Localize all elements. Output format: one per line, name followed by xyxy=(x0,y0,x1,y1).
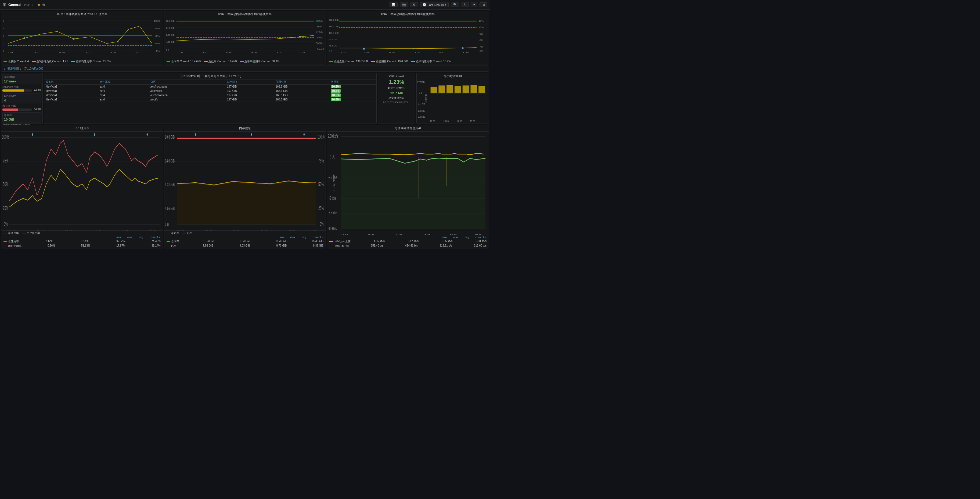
svg-text:6%: 6% xyxy=(479,50,483,52)
time-range-button[interactable]: 🕐 Last 6 hours ▾ xyxy=(420,2,449,7)
hourly-traffic-chart: 977 KiB 0 B -977 KiB -1.9 MiB -2.9 MiB xyxy=(417,79,488,124)
more-button[interactable]: ▾ xyxy=(471,2,477,7)
user-cpu-label: 用户使用率 xyxy=(27,231,40,235)
total-cpu-label: 总使用率 xyxy=(8,231,19,235)
tv-button[interactable]: 🖥 xyxy=(479,2,487,7)
svg-text:9.31 GiB: 9.31 GiB xyxy=(165,182,175,187)
settings-button[interactable]: ⚙ xyxy=(410,2,418,7)
iowait-sub-title1: 剩余节点数:/r... xyxy=(388,86,406,90)
svg-text:6: 6 xyxy=(3,27,4,30)
svg-text:15:00: 15:00 xyxy=(95,229,102,230)
memory-overview-chart-area: 18.6 GiB 14.0 GiB 9.31 GiB 4.66 GiB 0 B … xyxy=(164,17,326,59)
svg-point-137 xyxy=(303,133,305,136)
svg-text:12:00: 12:00 xyxy=(8,51,14,53)
refresh-button[interactable]: ↻ xyxy=(461,2,469,7)
svg-text:186.3 GiB: 186.3 GiB xyxy=(329,25,339,28)
svg-text:4.66 GiB: 4.66 GiB xyxy=(165,206,175,211)
cpu-user-row-dot xyxy=(3,246,7,246)
svg-point-72 xyxy=(413,48,414,49)
svg-point-136 xyxy=(251,133,252,136)
svg-text:0%: 0% xyxy=(156,50,159,52)
svg-text:12:00: 12:00 xyxy=(177,229,184,230)
svg-text:-10 kb/s: -10 kb/s xyxy=(328,226,337,231)
total-mem-info-dot xyxy=(167,233,170,234)
star-icon[interactable]: ★ xyxy=(37,3,41,7)
svg-text:15:00: 15:00 xyxy=(261,229,267,230)
memory-info-svg: 18.6 GiB 14.0 GiB 9.31 GiB 4.66 GiB 0 B … xyxy=(164,132,326,230)
network-title: 每秒网络带宽使用All xyxy=(327,125,488,132)
svg-text:0%: 0% xyxy=(320,221,323,227)
table-row: /dev/vda1ext4/etc/resolv.conf197 GiB168.… xyxy=(44,93,376,97)
main-content: linux：整体负载与整体平均CPU使用率 8 6 4 2 0 100% 75%… xyxy=(0,10,490,249)
cpu-usage-title: CPU使用率 xyxy=(2,125,163,132)
cpu-user-row-label: 用户使用率 xyxy=(3,244,21,248)
svg-rect-90 xyxy=(455,86,461,94)
user-cpu-legend: 用户使用率 xyxy=(22,231,40,235)
svg-text:57%: 57% xyxy=(317,36,322,39)
mem-gauge-pct: 54.5% xyxy=(33,108,41,111)
memory-overview-panel: linux：整体总内存与整体平均内存使用率 18.6 GiB 14.0 GiB … xyxy=(164,11,326,64)
hourly-traffic-panel: 每小时流量All 977 KiB 0 B -977 KiB -1.9 MiB -… xyxy=(417,73,489,124)
hourly-traffic-title: 每小时流量All xyxy=(417,73,488,79)
col-total[interactable]: 总空间 ↑ xyxy=(225,79,274,84)
svg-text:75%: 75% xyxy=(318,158,324,163)
total-memory-card: 总内存 15 GiB xyxy=(2,112,41,122)
col-device[interactable]: 设备名 xyxy=(44,79,98,84)
table-row: /dev/vda1ext4/etc/hosts197 GiB168.6 GiB1… xyxy=(44,89,376,93)
svg-text:56.5%: 56.5% xyxy=(316,42,323,44)
disk-table-title: 【7d10feffcc00】：各分区可用空间(EXT.*/XFS) xyxy=(44,73,376,79)
svg-rect-91 xyxy=(463,86,469,93)
disk-table-scroll[interactable]: 设备名 文件系统 分区 总空间 ↑ 可用空间 使用率 /dev/vda1ext4… xyxy=(44,79,376,124)
cpu-gauge: 总CPU使用率 74.3% xyxy=(2,85,41,92)
mem-row-used: 已用 7.98 GiB 9.03 GiB 8.73 GiB 8.38 GiB xyxy=(164,243,326,248)
mem-gauge-row: 54.5% xyxy=(2,108,41,111)
svg-text:15:00: 15:00 xyxy=(470,120,476,123)
cpu-load-svg: 8 6 4 2 0 100% 75% 50% 25% 0% xyxy=(2,18,162,53)
col-partition[interactable]: 分区 xyxy=(149,79,225,84)
svg-point-73 xyxy=(462,47,464,49)
svg-point-43 xyxy=(200,39,202,40)
cpu-usage-svg: 100% 75% 50% 25% 0% xyxy=(2,132,163,230)
col-avail[interactable]: 可用空间 xyxy=(274,79,329,84)
hourly-traffic-svg: 977 KiB 0 B -977 KiB -1.9 MiB -2.9 MiB xyxy=(417,79,488,124)
iowait-value: 1.23% xyxy=(389,79,404,85)
svg-text:-1.9 MiB: -1.9 MiB xyxy=(417,109,425,112)
cpu-row-total: 总使用率 2.12% 91.64% 36.17% 74.32% xyxy=(2,239,163,243)
total-cpu-legend: 总使用率 xyxy=(3,231,19,235)
cpu-col-min: min xyxy=(116,236,121,239)
user-cpu-dot xyxy=(22,233,26,234)
svg-rect-88 xyxy=(438,86,445,93)
col-usage[interactable]: 使用率 xyxy=(329,79,376,84)
svg-text:13:00: 13:00 xyxy=(443,120,449,123)
cpu-gauge-bar xyxy=(2,89,24,92)
add-panel-button[interactable]: 📊 xyxy=(389,2,398,7)
disk-overview-chart-area: 232.8 GiB 186.3 GiB 139.7 GiB 93.1 GiB 4… xyxy=(327,17,488,59)
svg-text:14:00: 14:00 xyxy=(59,51,65,53)
svg-text:16:00: 16:00 xyxy=(450,233,457,235)
svg-text:14.0 GiB: 14.0 GiB xyxy=(165,158,175,164)
col-fs[interactable]: 文件系统 xyxy=(98,79,149,84)
share-icon[interactable]: ⊕ xyxy=(42,3,45,7)
total-mem-info-legend: 总内存 xyxy=(167,231,179,235)
app-logo: ⊞ xyxy=(3,2,6,7)
svg-text:0 B: 0 B xyxy=(166,49,169,51)
svg-marker-134 xyxy=(177,181,316,224)
resource-section-header[interactable]: ∨ 资源明细：【7d10feffcc00】 xyxy=(1,65,489,72)
avg-cpu-legend-dot xyxy=(71,61,75,62)
cpu-total-row-label: 总使用率 xyxy=(3,240,19,243)
svg-text:15:00: 15:00 xyxy=(414,51,420,53)
mem-row-total: 总内存 15.38 GiB 15.38 GiB 15.38 GiB 15.38 … xyxy=(164,239,326,243)
cpu-gauge-label: 总CPU使用率 xyxy=(2,85,41,89)
svg-text:14:00: 14:00 xyxy=(457,120,462,123)
cpu-cores-value: 4 xyxy=(4,99,40,102)
svg-text:11%: 11% xyxy=(479,20,484,22)
svg-text:977 KiB: 977 KiB xyxy=(417,81,425,84)
total-disk-label: 总磁盘量 Current: 196.7 GiB xyxy=(334,60,368,64)
net-table-header: min max avg current ∨ xyxy=(327,235,488,239)
svg-text:12:00: 12:00 xyxy=(341,233,348,235)
legend-item-load: 总5分钟负载 Current: 1.41 xyxy=(32,60,68,64)
snapshot-button[interactable]: 📷 xyxy=(400,2,408,7)
svg-text:15:00: 15:00 xyxy=(250,51,256,53)
search-button[interactable]: 🔍 xyxy=(451,2,460,7)
cpu-col-current: current ∨ xyxy=(150,236,161,239)
